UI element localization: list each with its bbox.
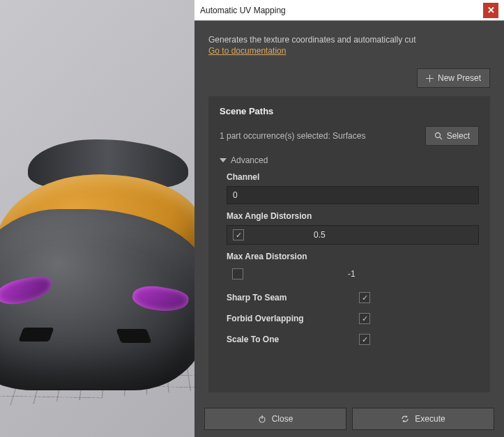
- description-text: Generates the texture coordinates and au…: [208, 35, 490, 45]
- max-angle-input[interactable]: [314, 230, 473, 240]
- svg-point-0: [435, 133, 440, 138]
- execute-button[interactable]: Execute: [352, 408, 494, 430]
- close-button[interactable]: Close: [204, 408, 346, 430]
- scene-paths-heading: Scene Paths: [220, 106, 479, 116]
- new-preset-button[interactable]: New Preset: [417, 68, 490, 88]
- advanced-toggle[interactable]: Advanced: [220, 155, 479, 165]
- dialog-automatic-uv-mapping: Automatic UV Mapping ✕ Generates the tex…: [194, 0, 504, 437]
- refresh-icon: [401, 415, 409, 423]
- select-button[interactable]: Select: [425, 126, 479, 146]
- scale-to-one-label: Scale To One: [227, 335, 359, 344]
- search-icon: [434, 132, 443, 140]
- execute-label: Execute: [415, 414, 445, 424]
- vent-left: [18, 328, 54, 342]
- dialog-close-button[interactable]: ✕: [483, 3, 498, 18]
- scene-paths-card: Scene Paths 1 part occurrence(s) selecte…: [208, 96, 490, 392]
- max-angle-label: Max Angle Distorsion: [227, 211, 479, 221]
- forbid-overlapping-checkbox[interactable]: [359, 313, 370, 324]
- advanced-section: Channel Max Angle Distorsion Max Area Di…: [220, 172, 479, 345]
- dialog-titlebar: Automatic UV Mapping ✕: [194, 0, 504, 21]
- power-icon: [258, 415, 266, 423]
- scale-to-one-checkbox[interactable]: [359, 334, 370, 345]
- close-icon: ✕: [487, 5, 495, 15]
- max-angle-checkbox[interactable]: [233, 229, 244, 240]
- close-label: Close: [272, 414, 293, 424]
- selection-status: 1 part occurrence(s) selected: Surfaces: [220, 131, 418, 141]
- documentation-link[interactable]: Go to documentation: [208, 46, 490, 56]
- advanced-label: Advanced: [231, 155, 268, 165]
- dialog-title: Automatic UV Mapping: [200, 6, 483, 15]
- plus-icon: [426, 75, 434, 82]
- chevron-down-icon: [220, 158, 227, 162]
- forbid-overlapping-label: Forbid Overlapping: [227, 314, 359, 323]
- new-preset-label: New Preset: [438, 73, 481, 83]
- viewport-3d[interactable]: [0, 0, 195, 437]
- sharp-to-seam-label: Sharp To Seam: [227, 293, 359, 302]
- vent-right: [116, 329, 151, 343]
- select-label: Select: [447, 131, 470, 141]
- channel-label: Channel: [227, 172, 479, 182]
- channel-input[interactable]: [227, 186, 479, 204]
- sharp-to-seam-checkbox[interactable]: [359, 292, 370, 303]
- max-area-label: Max Area Distorsion: [227, 252, 479, 261]
- max-area-value: -1: [320, 269, 356, 279]
- max-area-checkbox[interactable]: [232, 268, 243, 279]
- dialog-footer: Close Execute: [194, 401, 504, 437]
- dialog-body: Generates the texture coordinates and au…: [194, 21, 504, 401]
